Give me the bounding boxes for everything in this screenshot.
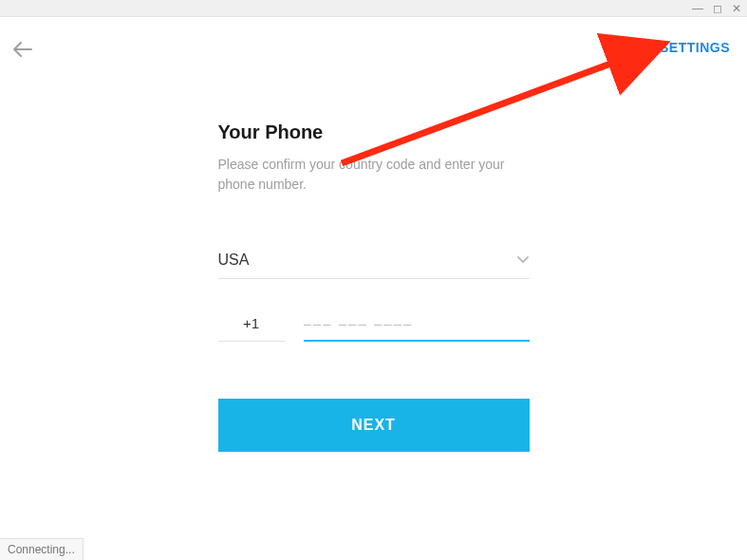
maximize-button[interactable]: ◻ <box>711 3 724 14</box>
next-button[interactable]: NEXT <box>218 399 530 452</box>
country-label: USA <box>218 252 250 269</box>
app-header: SETTINGS <box>0 17 747 55</box>
country-select[interactable]: USA <box>218 252 530 279</box>
settings-link[interactable]: SETTINGS <box>660 40 730 55</box>
status-bar: Connecting... <box>0 538 84 560</box>
phone-row <box>218 315 530 342</box>
chevron-down-icon <box>516 252 530 269</box>
login-form: Your Phone Please confirm your country c… <box>218 121 530 452</box>
window-titlebar: — ◻ ✕ <box>0 0 747 17</box>
back-button[interactable] <box>13 42 32 61</box>
close-button[interactable]: ✕ <box>730 3 743 14</box>
phone-number-input[interactable] <box>304 315 530 342</box>
page-title: Your Phone <box>218 121 530 143</box>
dial-code-input[interactable] <box>218 315 285 342</box>
page-subtitle: Please confirm your country code and ent… <box>218 155 530 195</box>
arrow-left-icon <box>13 42 32 57</box>
minimize-button[interactable]: — <box>690 3 705 14</box>
